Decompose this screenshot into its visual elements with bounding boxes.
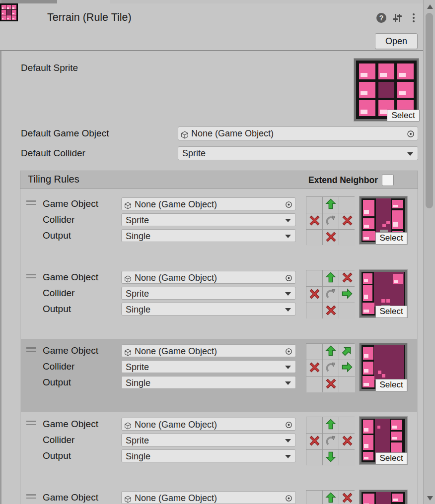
neighbor-cell[interactable] bbox=[339, 417, 355, 433]
neighbor-cell[interactable] bbox=[306, 287, 322, 303]
default-sprite-select-button[interactable]: Select bbox=[387, 110, 420, 122]
object-picker-icon[interactable] bbox=[285, 199, 293, 210]
rule-collider-value: Sprite bbox=[126, 215, 149, 225]
neighbor-cell[interactable] bbox=[323, 344, 339, 360]
rule-game-object-field[interactable]: None (Game Object) bbox=[121, 271, 296, 284]
neighbor-cell[interactable] bbox=[306, 360, 322, 376]
rule-collider-dropdown[interactable]: Sprite bbox=[121, 434, 296, 446]
neighbor-cell[interactable] bbox=[339, 287, 355, 303]
scroll-up-icon[interactable] bbox=[427, 4, 433, 9]
rule-game-object-field[interactable]: None (Game Object) bbox=[121, 418, 296, 431]
chevron-down-icon bbox=[285, 235, 291, 238]
neighbor-cell[interactable] bbox=[306, 377, 322, 392]
neighbor-cell[interactable] bbox=[323, 450, 339, 466]
neighbor-grid bbox=[306, 417, 355, 465]
scroll-down-icon[interactable] bbox=[427, 496, 433, 501]
x-icon bbox=[342, 272, 353, 285]
open-button[interactable]: Open bbox=[375, 33, 418, 49]
presets-icon[interactable] bbox=[392, 12, 403, 23]
tiling-rule-row[interactable]: Game Object Collider Output None (Game O… bbox=[21, 192, 417, 265]
drag-handle-icon[interactable] bbox=[26, 200, 36, 205]
object-picker-icon[interactable] bbox=[406, 129, 415, 140]
object-picker-icon[interactable] bbox=[285, 273, 293, 284]
scrollbar-thumb[interactable] bbox=[426, 13, 433, 208]
neighbor-cell[interactable] bbox=[339, 270, 355, 286]
neighbor-cell[interactable] bbox=[323, 303, 339, 319]
window-left-edge bbox=[0, 0, 1, 504]
rule-collider-dropdown[interactable]: Sprite bbox=[121, 360, 296, 373]
drag-handle-icon[interactable] bbox=[26, 274, 36, 279]
neighbor-cell[interactable] bbox=[306, 213, 322, 229]
object-picker-icon[interactable] bbox=[285, 420, 293, 431]
neighbor-cell[interactable] bbox=[323, 377, 339, 392]
neighbor-cell[interactable] bbox=[339, 213, 355, 229]
tiling-rule-row[interactable]: Game Object Collider Output None (Game O… bbox=[21, 265, 417, 339]
neighbor-cell[interactable] bbox=[306, 434, 322, 449]
default-game-object-field[interactable]: None (Game Object) bbox=[178, 126, 418, 140]
neighbor-cell[interactable] bbox=[339, 360, 355, 376]
object-picker-icon[interactable] bbox=[285, 346, 293, 357]
tiling-rule-row[interactable]: Game Object Collider Output None (Game O… bbox=[21, 412, 417, 486]
neighbor-cell[interactable] bbox=[339, 491, 355, 504]
default-sprite-preview[interactable]: Select bbox=[354, 59, 419, 121]
rule-game-object-field[interactable]: None (Game Object) bbox=[121, 491, 296, 504]
neighbor-cell[interactable] bbox=[306, 344, 322, 360]
help-icon[interactable]: ? bbox=[376, 13, 386, 23]
neighbor-cell[interactable] bbox=[339, 230, 355, 246]
extend-neighbor-checkbox[interactable] bbox=[382, 174, 394, 186]
sprite-highlight bbox=[364, 369, 368, 373]
default-collider-dropdown[interactable]: Sprite bbox=[178, 146, 418, 160]
inspector-tab-top[interactable] bbox=[57, 0, 110, 3]
neighbor-cell[interactable] bbox=[339, 303, 355, 319]
neighbor-cell[interactable] bbox=[306, 197, 322, 213]
neighbor-cell[interactable] bbox=[306, 270, 322, 286]
neighbor-cell[interactable] bbox=[306, 450, 322, 466]
rule-output-label: Output bbox=[43, 377, 71, 388]
rule-collider-dropdown[interactable]: Sprite bbox=[121, 287, 296, 300]
tiling-rule-row[interactable]: Game Object Collider Output None (Game O… bbox=[21, 486, 417, 504]
rule-sprite-preview[interactable] bbox=[360, 490, 407, 504]
neighbor-cell[interactable] bbox=[323, 197, 339, 213]
rule-output-dropdown[interactable]: Single bbox=[121, 376, 296, 389]
rule-game-object-value: None (Game Object) bbox=[135, 199, 217, 209]
rule-tile-asset-icon bbox=[0, 3, 18, 21]
neighbor-cell[interactable] bbox=[339, 197, 355, 213]
neighbor-cell[interactable] bbox=[306, 230, 322, 246]
neighbor-cell[interactable] bbox=[323, 417, 339, 433]
rule-output-dropdown[interactable]: Single bbox=[121, 449, 296, 462]
rule-sprite-select-button[interactable]: Select bbox=[375, 306, 407, 318]
neighbor-cell[interactable] bbox=[339, 450, 355, 466]
drag-handle-icon[interactable] bbox=[26, 347, 36, 352]
inspector-header: Terrain (Rule Tile) ? Open bbox=[0, 3, 423, 50]
neighbor-cell[interactable] bbox=[323, 230, 339, 246]
neighbor-cell[interactable] bbox=[323, 270, 339, 286]
neighbor-cell[interactable] bbox=[306, 417, 322, 433]
neighbor-cell[interactable] bbox=[306, 491, 322, 504]
neighbor-cell[interactable] bbox=[323, 491, 339, 504]
neighbor-cell[interactable] bbox=[339, 344, 355, 360]
rule-game-object-field[interactable]: None (Game Object) bbox=[121, 197, 296, 210]
default-collider-label: Default Collider bbox=[21, 148, 85, 159]
neighbor-cell[interactable] bbox=[339, 434, 355, 449]
tiling-rule-row[interactable]: Game Object Collider Output None (Game O… bbox=[21, 339, 417, 412]
x-icon bbox=[309, 215, 320, 228]
x-icon bbox=[342, 436, 353, 448]
rule-sprite-select-button[interactable]: Select bbox=[375, 232, 407, 245]
rule-collider-dropdown[interactable]: Sprite bbox=[121, 213, 296, 226]
chevron-down-icon bbox=[407, 152, 413, 156]
drag-handle-icon[interactable] bbox=[26, 494, 36, 499]
object-picker-icon[interactable] bbox=[285, 493, 293, 504]
arrow-up-icon bbox=[325, 345, 336, 358]
rule-game-object-field[interactable]: None (Game Object) bbox=[121, 344, 296, 357]
x-icon bbox=[342, 215, 353, 228]
neighbor-cell[interactable] bbox=[339, 377, 355, 392]
rule-sprite-select-button[interactable]: Select bbox=[375, 379, 407, 391]
kebab-menu-icon[interactable] bbox=[411, 12, 417, 23]
rule-output-dropdown[interactable]: Single bbox=[121, 303, 296, 315]
sprite-highlight bbox=[12, 13, 14, 14]
neighbor-cell[interactable] bbox=[306, 303, 322, 319]
rule-sprite-select-button[interactable]: Select bbox=[375, 452, 407, 465]
drag-handle-icon[interactable] bbox=[26, 421, 36, 426]
rule-output-dropdown[interactable]: Single bbox=[121, 229, 296, 242]
vertical-scrollbar[interactable] bbox=[423, 0, 435, 504]
